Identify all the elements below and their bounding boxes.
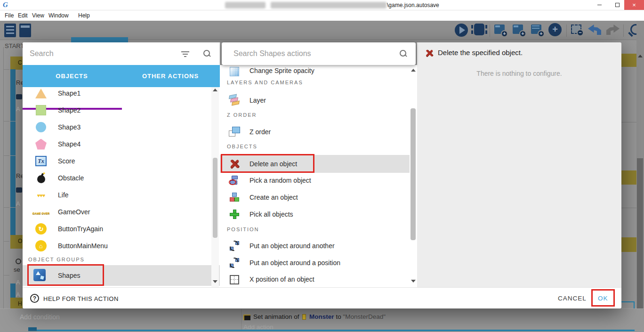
scrollbar-thumb[interactable]: [213, 158, 217, 238]
add-more-icon[interactable]: +: [548, 23, 562, 36]
annotation-box-shapes: [27, 264, 104, 286]
redo-icon[interactable]: [606, 24, 620, 35]
gdevelop-logo-icon: G: [3, 1, 11, 9]
add-comment-icon[interactable]: +: [531, 24, 541, 34]
object-row-score[interactable]: Score: [23, 153, 220, 170]
maximize-icon: [615, 3, 620, 7]
object-row-shape3[interactable]: Shape3: [23, 119, 220, 136]
home-button-icon: ⌂: [35, 240, 47, 251]
selected-event-bottom-border: [28, 330, 635, 331]
add-event-icon[interactable]: +: [494, 24, 505, 34]
objects-header: OBJECTS: [227, 144, 258, 149]
layers-cameras-header: LAYERS AND CAMERAS: [227, 80, 303, 85]
menu-edit[interactable]: Edit: [18, 10, 28, 21]
action-row-x-position[interactable]: X position of an object: [220, 271, 410, 287]
event-text-fragment: se: [14, 266, 20, 273]
triangle-icon: [35, 89, 47, 98]
objects-search-input[interactable]: [30, 47, 171, 60]
scrollbar-thumb[interactable]: [637, 158, 643, 332]
z-order-icon: [228, 126, 241, 138]
scroll-up-icon[interactable]: [213, 89, 217, 91]
menu-file[interactable]: File: [5, 10, 14, 21]
scroll-up-icon[interactable]: [638, 55, 643, 57]
object-row-shape1[interactable]: Shape1: [23, 85, 220, 102]
gdevelop-window: G \game.json.autosave × File Edit View W…: [0, 0, 644, 332]
action-row-put-around-another[interactable]: Put an object around another: [220, 237, 410, 254]
tab-objects[interactable]: OBJECTS: [23, 65, 121, 87]
object-row-gameover[interactable]: GameOver: [23, 203, 220, 220]
debugger-icon[interactable]: [474, 24, 484, 35]
object-row-shape4[interactable]: Shape4: [23, 136, 220, 153]
cancel-button[interactable]: CANCEL: [558, 295, 587, 302]
action-row-change-sprite-opacity[interactable]: Change Sprite opacity: [220, 65, 410, 76]
action-row-layer[interactable]: Layer: [220, 92, 410, 109]
nothing-to-configure-text: There is nothing to configure.: [417, 70, 621, 77]
search-icon: [400, 50, 407, 57]
action-row-put-around-position[interactable]: Put an object around a position: [220, 254, 410, 271]
objects-scrollbar[interactable]: [211, 87, 219, 287]
active-tab-indicator: [71, 37, 128, 42]
action-config-panel: Delete the specified object. There is no…: [417, 42, 621, 287]
search-icon: [203, 50, 211, 57]
scene-window-icon[interactable]: [19, 24, 31, 37]
scroll-up-icon[interactable]: [411, 69, 416, 72]
actions-scrollbar[interactable]: [410, 65, 417, 287]
animation-action-icon: [243, 315, 250, 320]
play-icon[interactable]: [455, 24, 468, 37]
redacted-title-segment: [225, 2, 266, 8]
object-row-life[interactable]: Life: [23, 186, 220, 203]
add-subevent-icon[interactable]: +: [513, 24, 523, 34]
scrollbar-thumb[interactable]: [411, 108, 416, 240]
help-icon: ?: [30, 294, 39, 303]
object-row-buttonmainmenu[interactable]: ⌂ ButtonMainMenu: [23, 237, 220, 254]
text-object-icon: [35, 156, 47, 166]
monster-sprite-icon: [302, 314, 306, 320]
scroll-down-icon[interactable]: [213, 280, 217, 283]
object-row-shape2[interactable]: Shape2: [23, 102, 220, 119]
actions-search-input[interactable]: [233, 47, 389, 60]
object-row-obstacle[interactable]: Obstacle: [23, 170, 220, 186]
title-bar: G \game.json.autosave ×: [0, 0, 644, 10]
dialog-footer: ? HELP FOR THIS ACTION CANCEL OK: [23, 287, 621, 308]
delete-event-icon[interactable]: −: [571, 24, 581, 34]
tab-other-actions[interactable]: OTHER ACTIONS: [121, 65, 220, 87]
objects-tabbar: OBJECTS OTHER ACTIONS: [23, 65, 220, 87]
z-order-header: Z ORDER: [227, 112, 257, 118]
action-row-pick-all-objects[interactable]: Pick all objects: [220, 206, 410, 223]
undo-icon[interactable]: [588, 24, 601, 35]
scroll-down-icon[interactable]: [411, 280, 416, 283]
close-icon: ×: [632, 1, 636, 8]
menu-help[interactable]: Help: [78, 10, 90, 21]
window-scrollbar[interactable]: [636, 21, 644, 332]
minimize-icon: [597, 5, 602, 5]
maximize-button[interactable]: [608, 0, 626, 10]
actions-search-card: [222, 42, 416, 65]
objects-search-row: [23, 42, 220, 65]
menu-view[interactable]: View: [32, 10, 44, 21]
window-title: \game.json.autosave: [387, 0, 439, 10]
menu-window[interactable]: Window: [48, 10, 69, 21]
circle-icon: [36, 122, 46, 132]
object-row-buttontryagain[interactable]: ↻ ButtonTryAgain: [23, 220, 220, 237]
menu-bar: File Edit View Window Help: [0, 10, 644, 21]
event-text-fragment: A: [16, 291, 20, 298]
put-around-icon: [229, 240, 240, 251]
x-position-icon: [230, 275, 239, 284]
annotation-box-delete-object: [221, 154, 314, 173]
opacity-icon: [230, 67, 239, 76]
action-row-pick-random-object[interactable]: Pick a random object: [220, 172, 410, 189]
filter-icon[interactable]: [181, 51, 189, 57]
event-text-fragment: A: [16, 200, 20, 207]
event-row: Add condition Set animation of Monster t…: [0, 308, 644, 332]
action-row-create-an-object[interactable]: Create an object: [220, 189, 410, 206]
action-text[interactable]: Set animation of Monster to "MonsterDead…: [253, 313, 386, 320]
bomb-icon: [37, 175, 45, 183]
project-manager-icon[interactable]: [4, 24, 16, 37]
actions-panel: Change Sprite opacity LAYERS AND CAMERAS…: [220, 65, 417, 287]
add-condition-link[interactable]: Add condition: [20, 313, 60, 321]
redacted-title-segment: [271, 2, 386, 8]
close-button[interactable]: ×: [624, 0, 644, 10]
action-row-z-order[interactable]: Z order: [220, 123, 410, 140]
minimize-button[interactable]: [590, 0, 608, 10]
comment-event-strip: C: [10, 57, 23, 70]
